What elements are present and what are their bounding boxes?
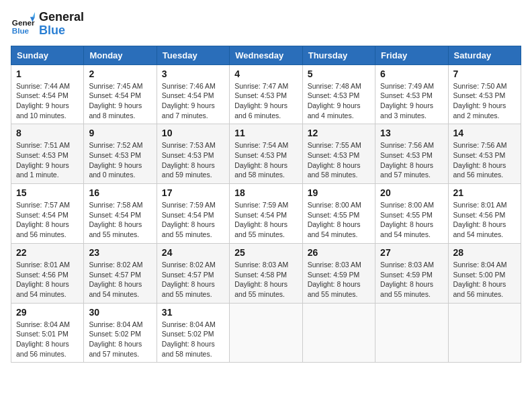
day-info: Sunrise: 8:02 AM Sunset: 4:57 PM Dayligh…	[162, 260, 224, 300]
day-number: 30	[89, 307, 151, 318]
calendar-cell: 5Sunrise: 7:48 AM Sunset: 4:53 PM Daylig…	[302, 64, 375, 124]
day-info: Sunrise: 7:58 AM Sunset: 4:54 PM Dayligh…	[89, 200, 151, 240]
calendar-cell: 8Sunrise: 7:51 AM Sunset: 4:53 PM Daylig…	[11, 124, 84, 184]
day-number: 8	[16, 128, 79, 138]
day-info: Sunrise: 8:03 AM Sunset: 4:59 PM Dayligh…	[380, 260, 443, 300]
day-number: 22	[16, 247, 79, 258]
day-info: Sunrise: 8:01 AM Sunset: 4:56 PM Dayligh…	[16, 260, 79, 300]
day-info: Sunrise: 7:48 AM Sunset: 4:53 PM Dayligh…	[308, 81, 370, 121]
day-info: Sunrise: 8:01 AM Sunset: 4:56 PM Dayligh…	[453, 200, 516, 240]
day-info: Sunrise: 7:53 AM Sunset: 4:53 PM Dayligh…	[162, 140, 224, 180]
day-info: Sunrise: 7:56 AM Sunset: 4:53 PM Dayligh…	[380, 140, 443, 180]
calendar-cell: 28Sunrise: 8:04 AM Sunset: 5:00 PM Dayli…	[448, 243, 521, 303]
day-info: Sunrise: 7:59 AM Sunset: 4:54 PM Dayligh…	[234, 200, 297, 240]
calendar-cell: 1Sunrise: 7:44 AM Sunset: 4:54 PM Daylig…	[11, 64, 84, 124]
day-number: 23	[89, 247, 151, 258]
page-header: General Blue GeneralBlue	[11, 11, 521, 38]
day-info: Sunrise: 7:49 AM Sunset: 4:53 PM Dayligh…	[380, 81, 443, 121]
day-number: 15	[16, 187, 79, 198]
day-info: Sunrise: 7:57 AM Sunset: 4:54 PM Dayligh…	[16, 200, 79, 240]
calendar-cell: 14Sunrise: 7:56 AM Sunset: 4:53 PM Dayli…	[448, 124, 521, 184]
day-info: Sunrise: 8:04 AM Sunset: 5:02 PM Dayligh…	[89, 320, 151, 359]
calendar-cell	[230, 303, 302, 363]
svg-marker-3	[32, 12, 35, 17]
day-number: 6	[380, 68, 443, 79]
day-number: 12	[308, 128, 370, 138]
calendar-table: SundayMondayTuesdayWednesdayThursdayFrid…	[11, 46, 521, 363]
day-number: 20	[380, 187, 443, 198]
day-number: 26	[308, 247, 370, 258]
logo-text: GeneralBlue	[39, 11, 84, 38]
calendar-cell: 17Sunrise: 7:59 AM Sunset: 4:54 PM Dayli…	[157, 184, 229, 244]
calendar-cell: 22Sunrise: 8:01 AM Sunset: 4:56 PM Dayli…	[11, 243, 84, 303]
calendar-cell: 20Sunrise: 8:00 AM Sunset: 4:55 PM Dayli…	[375, 184, 448, 244]
weekday-header: Tuesday	[157, 46, 229, 64]
calendar-cell: 12Sunrise: 7:55 AM Sunset: 4:53 PM Dayli…	[302, 124, 375, 184]
day-info: Sunrise: 7:56 AM Sunset: 4:53 PM Dayligh…	[453, 140, 516, 180]
day-number: 21	[453, 187, 516, 198]
calendar-cell: 26Sunrise: 8:03 AM Sunset: 4:59 PM Dayli…	[302, 243, 375, 303]
weekday-header: Thursday	[302, 46, 375, 64]
day-info: Sunrise: 7:45 AM Sunset: 4:54 PM Dayligh…	[89, 81, 151, 121]
day-number: 31	[162, 307, 224, 318]
calendar-cell	[375, 303, 448, 363]
day-info: Sunrise: 7:59 AM Sunset: 4:54 PM Dayligh…	[162, 200, 224, 240]
calendar-cell: 10Sunrise: 7:53 AM Sunset: 4:53 PM Dayli…	[157, 124, 229, 184]
day-number: 16	[89, 187, 151, 198]
weekday-header: Wednesday	[230, 46, 302, 64]
day-number: 3	[162, 68, 224, 79]
calendar-cell: 25Sunrise: 8:03 AM Sunset: 4:58 PM Dayli…	[230, 243, 302, 303]
day-info: Sunrise: 7:44 AM Sunset: 4:54 PM Dayligh…	[16, 81, 79, 121]
day-number: 4	[234, 68, 297, 79]
day-number: 10	[162, 128, 224, 138]
day-number: 14	[453, 128, 516, 138]
calendar-cell: 31Sunrise: 8:04 AM Sunset: 5:02 PM Dayli…	[157, 303, 229, 363]
day-info: Sunrise: 8:04 AM Sunset: 5:02 PM Dayligh…	[162, 320, 224, 359]
calendar-cell	[302, 303, 375, 363]
calendar-cell: 11Sunrise: 7:54 AM Sunset: 4:53 PM Dayli…	[230, 124, 302, 184]
day-info: Sunrise: 8:03 AM Sunset: 4:59 PM Dayligh…	[308, 260, 370, 300]
svg-text:Blue: Blue	[12, 26, 30, 34]
calendar-week-row: 15Sunrise: 7:57 AM Sunset: 4:54 PM Dayli…	[11, 184, 521, 244]
day-info: Sunrise: 7:54 AM Sunset: 4:53 PM Dayligh…	[234, 140, 297, 180]
day-number: 19	[308, 187, 370, 198]
weekday-header: Friday	[375, 46, 448, 64]
calendar-cell: 27Sunrise: 8:03 AM Sunset: 4:59 PM Dayli…	[375, 243, 448, 303]
day-number: 5	[308, 68, 370, 79]
day-info: Sunrise: 7:52 AM Sunset: 4:53 PM Dayligh…	[89, 140, 151, 180]
calendar-cell: 7Sunrise: 7:50 AM Sunset: 4:53 PM Daylig…	[448, 64, 521, 124]
day-number: 17	[162, 187, 224, 198]
calendar-cell: 3Sunrise: 7:46 AM Sunset: 4:54 PM Daylig…	[157, 64, 229, 124]
day-info: Sunrise: 7:46 AM Sunset: 4:54 PM Dayligh…	[162, 81, 224, 121]
day-info: Sunrise: 7:47 AM Sunset: 4:53 PM Dayligh…	[234, 81, 297, 121]
calendar-cell: 24Sunrise: 8:02 AM Sunset: 4:57 PM Dayli…	[157, 243, 229, 303]
calendar-week-row: 8Sunrise: 7:51 AM Sunset: 4:53 PM Daylig…	[11, 124, 521, 184]
day-number: 18	[234, 187, 297, 198]
day-number: 27	[380, 247, 443, 258]
day-number: 29	[16, 307, 79, 318]
logo-icon: General Blue	[11, 12, 35, 36]
weekday-header: Saturday	[448, 46, 521, 64]
day-number: 7	[453, 68, 516, 79]
calendar-week-row: 1Sunrise: 7:44 AM Sunset: 4:54 PM Daylig…	[11, 64, 521, 124]
calendar-cell: 21Sunrise: 8:01 AM Sunset: 4:56 PM Dayli…	[448, 184, 521, 244]
calendar-header-row: SundayMondayTuesdayWednesdayThursdayFrid…	[11, 46, 521, 64]
calendar-cell: 19Sunrise: 8:00 AM Sunset: 4:55 PM Dayli…	[302, 184, 375, 244]
calendar-week-row: 22Sunrise: 8:01 AM Sunset: 4:56 PM Dayli…	[11, 243, 521, 303]
day-info: Sunrise: 7:55 AM Sunset: 4:53 PM Dayligh…	[308, 140, 370, 180]
logo: General Blue GeneralBlue	[11, 11, 84, 38]
day-number: 2	[89, 68, 151, 79]
calendar-cell: 2Sunrise: 7:45 AM Sunset: 4:54 PM Daylig…	[84, 64, 157, 124]
day-number: 1	[16, 68, 79, 79]
calendar-cell: 29Sunrise: 8:04 AM Sunset: 5:01 PM Dayli…	[11, 303, 84, 363]
weekday-header: Sunday	[11, 46, 84, 64]
day-number: 9	[89, 128, 151, 138]
day-number: 28	[453, 247, 516, 258]
calendar-cell: 30Sunrise: 8:04 AM Sunset: 5:02 PM Dayli…	[84, 303, 157, 363]
calendar-cell: 18Sunrise: 7:59 AM Sunset: 4:54 PM Dayli…	[230, 184, 302, 244]
day-info: Sunrise: 8:03 AM Sunset: 4:58 PM Dayligh…	[234, 260, 297, 300]
day-info: Sunrise: 8:04 AM Sunset: 5:01 PM Dayligh…	[16, 320, 79, 359]
calendar-cell: 13Sunrise: 7:56 AM Sunset: 4:53 PM Dayli…	[375, 124, 448, 184]
day-info: Sunrise: 8:00 AM Sunset: 4:55 PM Dayligh…	[308, 200, 370, 240]
calendar-week-row: 29Sunrise: 8:04 AM Sunset: 5:01 PM Dayli…	[11, 303, 521, 363]
